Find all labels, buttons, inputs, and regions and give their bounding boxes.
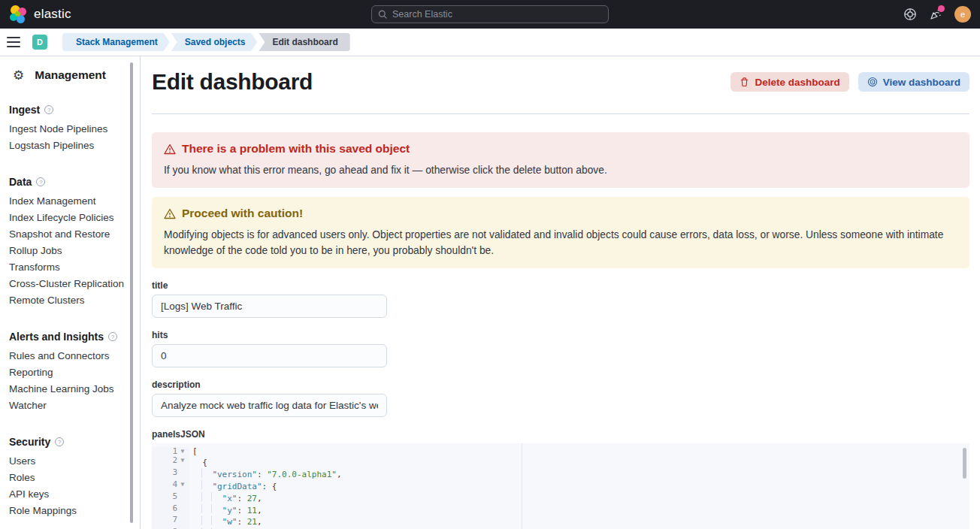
line-number: 4 [152, 480, 177, 492]
breadcrumb-saved-objects[interactable]: Saved objects [171, 33, 258, 51]
help-icon[interactable]: ? [55, 437, 64, 446]
sidebar-item-api-keys[interactable]: API keys [9, 486, 140, 503]
code-text: [ [189, 447, 198, 456]
field-description-input[interactable] [152, 394, 387, 417]
code-text: "gridData": { [189, 480, 277, 492]
code-line[interactable]: 4▼"gridData": { [152, 480, 969, 492]
sidebar-item-index-lifecycle-policies[interactable]: Index Lifecycle Policies [9, 210, 140, 226]
page-title: Edit dashboard [152, 69, 313, 95]
sidebar-section-title: Ingest [9, 104, 40, 116]
sidebar-item-transforms[interactable]: Transforms [9, 259, 140, 276]
delete-dashboard-button[interactable]: Delete dashboard [730, 72, 848, 92]
help-icon[interactable] [903, 8, 917, 21]
token: 11 [247, 506, 257, 515]
global-search[interactable] [371, 5, 609, 23]
line-number: 3 [152, 468, 177, 480]
indent-guide [202, 492, 212, 501]
code-line[interactable]: 6"y": 11, [152, 504, 969, 516]
search-input[interactable] [392, 9, 602, 20]
indent-guide [192, 492, 202, 501]
sidebar-item-snapshot-and-restore[interactable]: Snapshot and Restore [9, 226, 140, 243]
gutter: 1▼ [152, 447, 189, 456]
gutter: 7 [152, 515, 189, 527]
main-content: Edit dashboard Delete dashboard View das… [141, 56, 980, 529]
code-text: "x": 27, [189, 492, 262, 504]
sidebar-item-rollup-jobs[interactable]: Rollup Jobs [9, 243, 140, 259]
token: : [237, 494, 247, 503]
sidebar-item-roles[interactable]: Roles [9, 470, 140, 486]
indent-guide [202, 515, 212, 524]
fold-arrow-icon[interactable]: ▼ [177, 480, 188, 492]
sidebar-item-users[interactable]: Users [9, 453, 140, 470]
sidebar-section-ingest: Ingest?Ingest Node PipelinesLogstash Pip… [9, 104, 140, 154]
app-badge[interactable]: D [32, 35, 47, 50]
user-avatar[interactable]: e [954, 6, 971, 23]
sidebar-section-security: Security?UsersRolesAPI keysRole Mappings [9, 436, 140, 519]
panelsjson-label: panelsJSON [152, 429, 969, 440]
panelsjson-editor[interactable]: 1▼[2▼{3"version": "7.0.0-alpha1",4▼"grid… [152, 443, 969, 529]
token: { [202, 458, 207, 468]
code-line[interactable]: 1▼[ [152, 447, 969, 456]
fold-arrow-icon[interactable]: ▼ [177, 447, 188, 456]
sidebar-item-remote-clusters[interactable]: Remote Clusters [9, 292, 140, 309]
sidebar-item-machine-learning-jobs[interactable]: Machine Learning Jobs [9, 381, 140, 398]
indent-guide [192, 504, 202, 513]
sidebar-item-role-mappings[interactable]: Role Mappings [9, 503, 140, 519]
warning-icon [164, 144, 176, 155]
sidebar-section-title: Data [9, 176, 32, 188]
token: "w" [222, 518, 237, 527]
token: : [237, 518, 247, 527]
elastic-logo[interactable]: elastic [0, 5, 71, 23]
header-divider [152, 113, 969, 114]
token: , [337, 470, 342, 480]
fold-arrow-icon[interactable]: ▼ [177, 456, 188, 468]
token: , [257, 506, 262, 515]
token: : { [262, 482, 277, 491]
help-icon[interactable]: ? [44, 105, 53, 114]
token: , [257, 494, 262, 503]
fold-spacer [177, 504, 188, 516]
code-line[interactable]: 5"x": 27, [152, 492, 969, 504]
field-description-label: description [152, 379, 969, 390]
field-hits-input[interactable] [152, 344, 387, 367]
token: : [257, 470, 267, 480]
breadcrumb-stack-management[interactable]: Stack Management [62, 33, 170, 51]
gutter: 3 [152, 468, 189, 480]
print-margin [522, 443, 522, 529]
code-line[interactable]: 3"version": "7.0.0-alpha1", [152, 468, 969, 480]
sidebar-section-data: Data?Index ManagementIndex Lifecycle Pol… [9, 176, 140, 309]
help-icon[interactable]: ? [36, 177, 45, 186]
breadcrumb-bar: D Stack ManagementSaved objectsEdit dash… [0, 29, 980, 56]
sidebar-item-rules-and-connectors[interactable]: Rules and Connectors [9, 348, 140, 364]
gutter: 4▼ [152, 480, 189, 492]
sidebar-item-cross-cluster-replication[interactable]: Cross-Cluster Replication [9, 276, 140, 292]
token: "gridData" [212, 482, 262, 491]
help-icon[interactable]: ? [108, 332, 117, 341]
code-text: "w": 21, [189, 515, 262, 527]
code-text: "version": "7.0.0-alpha1", [189, 468, 342, 480]
sidebar-item-index-management[interactable]: Index Management [9, 193, 140, 210]
sidebar-item-watcher[interactable]: Watcher [9, 398, 140, 414]
token: "version" [212, 470, 257, 480]
field-title-input[interactable] [152, 295, 387, 318]
sidebar-item-ingest-node-pipelines[interactable]: Ingest Node Pipelines [9, 121, 140, 138]
inspect-icon [867, 77, 878, 87]
code-text: "y": 11, [189, 504, 262, 516]
sidebar-scrollbar[interactable] [130, 62, 133, 523]
code-line[interactable]: 7"w": 21, [152, 515, 969, 527]
token: "7.0.0-alpha1" [267, 470, 337, 480]
sidebar-item-logstash-pipelines[interactable]: Logstash Pipelines [9, 138, 140, 154]
warning-callout-title: Proceed with caution! [182, 207, 303, 220]
editor-scrollbar[interactable] [963, 448, 966, 479]
sidebar-item-reporting[interactable]: Reporting [9, 364, 140, 381]
token: "y" [222, 506, 237, 515]
newsfeed-icon[interactable] [929, 8, 942, 21]
indent-guide [192, 515, 202, 524]
warning-icon [164, 208, 176, 219]
code-line[interactable]: 2▼{ [152, 456, 969, 468]
fold-spacer [177, 468, 188, 480]
breadcrumb: Stack ManagementSaved objectsEdit dashbo… [62, 33, 350, 51]
menu-button[interactable] [7, 37, 20, 47]
view-dashboard-button[interactable]: View dashboard [858, 72, 969, 92]
line-number: 2 [152, 456, 177, 468]
